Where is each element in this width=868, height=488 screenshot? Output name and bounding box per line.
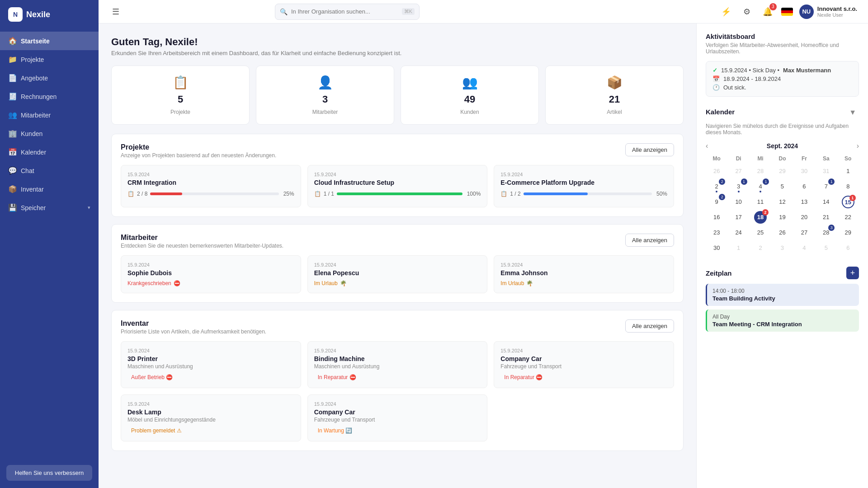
stat-card-projekte: 📋 5 Projekte [111,66,250,125]
add-event-button[interactable]: + [846,267,859,279]
employees-show-all[interactable]: Alle anzeigen [625,234,674,247]
employee-item: 15.9.2024 Sophie Dubois Krankgeschrieben… [121,255,301,293]
project-meta: 📋 1 / 1 100% [314,191,481,197]
inv-status-badge: Problem gemeldet ⚠ [127,427,185,435]
nav-icon: 💾 [8,203,16,212]
user-menu[interactable]: NU Innovant s.r.o. Nexile User [799,5,857,19]
calendar-day[interactable]: 27 [793,225,815,240]
calendar-day[interactable]: 4 [793,240,815,256]
calendar-day[interactable]: 11 [750,194,771,210]
progress-bar [337,192,462,195]
progress-percent: 100% [467,191,481,197]
employee-status: Im Urlaub 🌴 [314,280,481,286]
calendar-weekday: Mo [706,154,727,164]
calendar-day[interactable]: 12 [771,194,793,210]
calendar-day[interactable]: 14 [815,194,837,210]
sidebar-footer: Helfen Sie uns verbessern [0,458,99,488]
calendar-day[interactable]: 1 [837,164,859,179]
activity-desc: Verfolgen Sie Mitarbeiter-Abwesenheit, H… [706,42,859,55]
day-number: 1 [732,242,745,254]
calendar-next[interactable]: › [857,142,859,150]
projects-section: Projekte Anzeige von Projekten basierend… [111,134,684,217]
settings-button[interactable]: ⚙ [740,5,754,19]
calendar-day[interactable]: 4 1 [750,179,771,194]
clock-icon: 🕐 [712,84,720,91]
sidebar-item-kalender[interactable]: 📅 Kalender [0,143,99,161]
calendar-day[interactable]: 3 1 [727,179,749,194]
calendar-day[interactable]: 26 [771,225,793,240]
notification-button[interactable]: 🔔 3 [760,5,775,19]
calendar-day[interactable]: 30 [706,240,727,256]
inventory-name: Binding Machine [314,355,481,362]
calendar-day[interactable]: 28 [750,164,771,179]
calendar-filter-icon[interactable]: ▼ [846,108,859,117]
sidebar-item-mitarbeiter[interactable]: 👥 Mitarbeiter [0,106,99,124]
lightning-button[interactable]: ⚡ [719,5,733,19]
calendar-day[interactable]: 16 [706,210,727,225]
calendar-day[interactable]: 18 2 [750,210,771,225]
activity-item: ✓ 15.9.2024 • Sick Day • Max Mustermann … [706,61,859,97]
calendar-day[interactable]: 7 1 [815,179,837,194]
projects-show-all[interactable]: Alle anzeigen [625,143,674,156]
calendar-day[interactable]: 5 [771,179,793,194]
app-name: Nexile [26,10,50,19]
inventory-show-all[interactable]: Alle anzeigen [625,319,674,333]
improve-btn[interactable]: Helfen Sie uns verbessern [6,465,92,481]
hamburger-icon[interactable]: ☰ [109,5,122,19]
calendar-day[interactable]: 28 3 [815,225,837,240]
sidebar-item-kunden[interactable]: 🏢 Kunden [0,124,99,143]
calendar-day[interactable]: 24 [727,225,749,240]
calendar-day[interactable]: 31 [815,164,837,179]
nav-icon: 📁 [8,55,16,64]
calendar-day[interactable]: 6 [837,240,859,256]
calendar-day[interactable]: 2 2 [706,179,727,194]
employees-subtitle: Entdecken Sie die neuesten bemerkenswert… [121,243,283,249]
calendar-day[interactable]: 1 [727,240,749,256]
calendar-day[interactable]: 23 [706,225,727,240]
progress-bar-bg [150,192,278,195]
sidebar-item-rechnungen[interactable]: 🧾 Rechnungen [0,87,99,106]
calendar-day[interactable]: 6 [793,179,815,194]
sidebar-item-startseite[interactable]: 🏠 Startseite [0,32,99,50]
activity-section: Aktivitätsboard Verfolgen Sie Mitarbeite… [706,33,859,97]
dashboard: Guten Tag, Nexile! Erkunden Sie Ihren Ar… [99,23,696,488]
language-flag[interactable] [781,8,793,16]
calendar-day[interactable]: 21 [815,210,837,225]
calendar-day[interactable]: 27 [727,164,749,179]
calendar-day[interactable]: 29 [771,164,793,179]
calendar-day[interactable]: 9 2 [706,194,727,210]
stat-value: 49 [464,94,475,105]
inventory-status: Außer Betrieb ⛔ [127,373,294,381]
sidebar-item-speicher[interactable]: 💾 Speicher ▾ [0,198,99,217]
calendar-day[interactable]: 22 [837,210,859,225]
calendar-day[interactable]: 13 [793,194,815,210]
calendar-day[interactable]: 25 [750,225,771,240]
sidebar-item-projekte[interactable]: 📁 Projekte [0,50,99,69]
calendar-day[interactable]: 5 [815,240,837,256]
day-dot [716,191,717,192]
calendar-day[interactable]: 10 [727,194,749,210]
calendar-weekday: Do [771,154,793,164]
day-number: 25 [754,226,767,239]
employee-name: Elena Popescu [314,269,481,277]
calendar-day[interactable]: 17 [727,210,749,225]
calendar-prev[interactable]: ‹ [706,142,708,150]
project-item: 15.9.2024 CRM Integration 📋 2 / 8 25% [121,165,301,207]
nav-icon: 👥 [8,111,16,119]
search-input[interactable] [291,8,398,15]
inventory-header: Inventar Priorisierte Liste von Artikeln… [121,319,674,335]
calendar-day[interactable]: 3 [771,240,793,256]
nav-icon: 📦 [8,185,16,193]
calendar-day[interactable]: 26 [706,164,727,179]
calendar-day[interactable]: 20 [793,210,815,225]
calendar-day[interactable]: 2 [750,240,771,256]
calendar-day[interactable]: 29 [837,225,859,240]
sidebar: N Nexile 🏠 Startseite 📁 Projekte 📄 Angeb… [0,0,99,488]
calendar-day[interactable]: 8 [837,179,859,194]
sidebar-item-chat[interactable]: 💬 Chat [0,161,99,180]
calendar-day[interactable]: 15 1 [837,194,859,210]
calendar-day[interactable]: 19 [771,210,793,225]
calendar-day[interactable]: 30 [793,164,815,179]
sidebar-item-inventar[interactable]: 📦 Inventar [0,180,99,198]
sidebar-item-angebote[interactable]: 📄 Angebote [0,69,99,87]
